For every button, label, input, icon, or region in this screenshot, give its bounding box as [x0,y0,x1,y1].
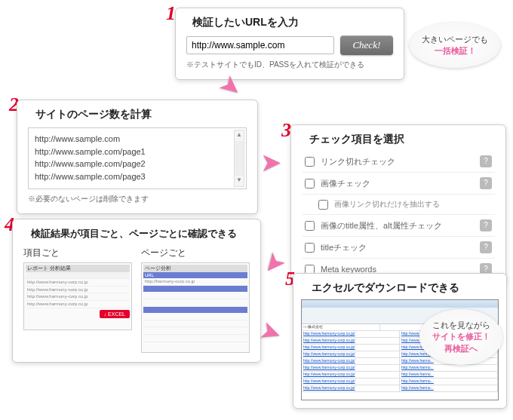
check-button[interactable]: Check! [340,35,393,55]
scroll-up-icon[interactable]: ▲ [235,130,244,141]
bubble-2: これを見ながら サイトを修正！ 再検証へ [419,309,502,365]
list-item: http://www.sample.com [35,133,240,146]
step-3-title: チェック項目を選択 [309,133,495,146]
url-input[interactable] [186,36,334,54]
bubble-1-line1: 大きいページでも [422,34,488,45]
check-list: リンク切れチェック ? 画像チェック ? 画像リンク切れだけを抽出する 画像のt… [302,151,495,280]
help-icon[interactable]: ? [480,241,492,253]
check-label: リンク切れチェック [321,156,395,167]
step-1-input-row: Check! [186,35,393,55]
thumb-header: ページ分析 [143,265,247,272]
step-1-note: ※テストサイトでもID、PASSを入れて検証ができる [186,60,393,70]
checkbox[interactable] [305,179,315,189]
excel-titlebar [302,300,498,308]
check-label: 画像チェック [321,178,370,189]
page-thumbnail: ページ分析 URL http://harmony-corp.co.jp [141,262,250,353]
scroll-down-icon[interactable]: ▼ [235,176,244,186]
help-icon[interactable]: ? [480,177,492,189]
bubble-1-line2: 一括検証！ [422,45,488,57]
step-4-title: 検証結果が項目ごと、ページごとに確認できる [31,227,250,241]
step-1-panel: 検証したいURLを入力 Check! ※テストサイトでもID、PASSを入れて検… [175,8,404,80]
check-row: 画像チェック ? [302,173,495,195]
step-5-title: エクセルでダウンロードできる [312,281,496,295]
scrollbar[interactable]: ▲ ▼ [234,130,244,187]
col-page: ページごと ページ分析 URL http://harmony-corp.co.j… [141,247,250,353]
step-2-panel: サイトのページ数を計算 http://www.sample.com http:/… [17,100,258,214]
step-3-panel: チェック項目を選択 リンク切れチェック ? 画像チェック ? 画像リンク切れだけ… [290,124,506,285]
step-1-title: 検証したいURLを入力 [192,16,393,29]
bubble-2-line3: 再検証へ [432,343,490,354]
check-row: リンク切れチェック ? [302,151,495,173]
checkbox[interactable] [305,157,315,167]
col-2-label: ページごと [141,247,250,259]
checkbox[interactable] [318,200,328,210]
checkbox[interactable] [305,221,315,231]
col-1-label: 項目ごと [23,247,132,259]
arrow-2-3: ➤ [260,147,281,177]
help-icon[interactable]: ? [480,155,492,167]
checkbox[interactable] [305,243,315,253]
excel-export-button[interactable]: ↓ EXCEL [100,310,130,319]
list-item: http://www.sample.com/page1 [35,146,240,158]
check-row: 画像のtitle属性、alt属性チェック ? [302,215,495,237]
step-2-title: サイトのページ数を計算 [35,108,247,121]
check-label: titleチェック [321,242,367,253]
step-4-columns: 項目ごと レポート 分析結果 http://www.harmony-corp.c… [23,247,250,353]
thumb-header: レポート 分析結果 [26,265,130,272]
step-4-panel: 検証結果が項目ごと、ページごとに確認できる 項目ごと レポート 分析結果 htt… [12,219,261,363]
list-item: http://www.sample.com/page2 [35,158,240,170]
list-item: http://www.sample.com/page3 [35,170,240,183]
bubble-2-line1: これを見ながら [432,320,490,331]
url-list[interactable]: http://www.sample.com http://www.sample.… [28,127,247,189]
help-icon[interactable]: ? [480,219,492,231]
bubble-2-line2: サイトを修正！ [432,331,490,342]
check-label: 画像のtitle属性、alt属性チェック [321,220,442,231]
check-row-sub: 画像リンク切れだけを抽出する [302,195,495,215]
step-2-note: ※必要のないページは削除できます [28,194,247,204]
report-thumbnail: レポート 分析結果 http://www.harmony-corp.co.jp … [23,262,132,330]
check-label: 画像リンク切れだけを抽出する [334,199,440,210]
check-row: titleチェック ? [302,237,495,259]
col-item: 項目ごと レポート 分析結果 http://www.harmony-corp.c… [23,247,132,353]
bubble-1: 大きいページでも 一括検証！ [410,23,500,68]
